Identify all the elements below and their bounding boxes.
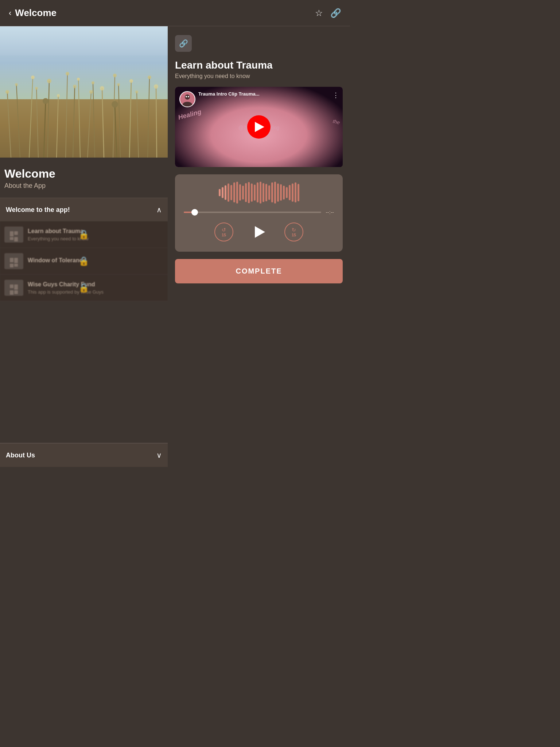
wave-bar — [274, 182, 276, 204]
svg-point-31 — [100, 86, 104, 90]
time-display: --:-- — [326, 209, 334, 215]
item-content-1: Learn about Trauma Everything you need t… — [28, 228, 163, 241]
wave-bar — [236, 182, 238, 204]
link-icon: 🔗 — [179, 39, 188, 48]
wave-bar — [286, 187, 288, 198]
wave-bar — [248, 182, 250, 203]
video-more-button[interactable]: ⋮ — [332, 91, 339, 99]
progress-track[interactable] — [184, 212, 321, 213]
wave-bar — [289, 185, 291, 200]
wave-bar — [260, 182, 261, 204]
content-header: Learn about Trauma Everything you need t… — [175, 59, 343, 80]
link-icon-box[interactable]: 🔗 — [175, 35, 192, 52]
thumbnail-3 — [4, 280, 23, 296]
audio-play-triangle — [255, 226, 265, 238]
svg-point-26 — [66, 72, 69, 76]
header-title: Welcome — [15, 7, 57, 19]
item-desc-3: This app is supported by Wise Guys — [28, 289, 163, 295]
header-left: ‹ Welcome — [9, 7, 57, 19]
about-accordion-title: About Us — [6, 452, 35, 459]
wave-bar — [225, 185, 226, 200]
audio-player: --:-- ↺ 15 ↻ 15 — [175, 174, 343, 252]
channel-avatar — [179, 91, 195, 107]
main-layout: Welcome About the App Welcome to the app… — [0, 26, 350, 467]
wave-bar — [277, 183, 279, 202]
svg-point-27 — [73, 85, 77, 88]
about-accordion-header[interactable]: About Us ∨ — [0, 443, 168, 467]
welcome-subtitle: About the App — [3, 182, 165, 195]
svg-point-30 — [92, 81, 94, 84]
thumb-bars — [10, 258, 18, 264]
svg-point-28 — [77, 78, 80, 81]
back-button[interactable]: ‹ — [9, 8, 11, 18]
svg-point-21 — [15, 83, 18, 86]
share-link-icon[interactable]: 🔗 — [330, 8, 341, 18]
svg-point-33 — [117, 83, 120, 86]
item-desc-1: Everything you need to know — [28, 236, 163, 241]
svg-point-22 — [31, 76, 35, 79]
svg-point-43 — [185, 94, 190, 100]
video-player[interactable]: Healing the @Trauma HealingAcademy Traum — [175, 87, 343, 167]
skip-forward-button[interactable]: ↻ 15 — [284, 222, 303, 241]
svg-point-36 — [148, 76, 151, 79]
item-title-1: Learn about Trauma — [28, 228, 163, 235]
audio-play-button[interactable] — [248, 221, 270, 243]
list-item[interactable]: Learn about Trauma Everything you need t… — [0, 221, 168, 248]
svg-point-35 — [135, 90, 138, 93]
wave-bar — [233, 182, 235, 202]
wave-bar — [254, 185, 256, 201]
list-item[interactable]: Window of Tolerance 🔒 — [0, 248, 168, 275]
welcome-accordion: Welcome to the app! ∧ — [0, 198, 168, 221]
about-collapse-icon: ∨ — [156, 451, 162, 460]
wave-bar — [251, 183, 253, 202]
welcome-title: Welcome — [3, 162, 165, 182]
lock-icon-3: 🔒 — [78, 283, 89, 293]
play-triangle — [255, 122, 264, 132]
content-subtitle: Everything you need to know — [175, 73, 343, 80]
svg-point-29 — [89, 90, 93, 94]
svg-point-20 — [5, 90, 9, 94]
wave-bar — [228, 183, 229, 202]
content-title: Learn about Trauma — [175, 59, 343, 71]
left-panel: Welcome About the App Welcome to the app… — [0, 26, 168, 467]
wave-bar — [257, 182, 258, 202]
wave-bar — [292, 183, 293, 202]
thumbnail-1 — [4, 227, 23, 243]
list-item[interactable]: Wise Guys Charity Fund This app is suppo… — [0, 275, 168, 301]
video-play-button[interactable] — [247, 115, 271, 139]
svg-point-41 — [112, 101, 118, 108]
wave-bar — [222, 187, 223, 198]
skip-back-button[interactable]: ↺ 15 — [214, 222, 233, 241]
progress-bar-section: --:-- — [184, 209, 334, 215]
thumb-bars — [10, 231, 18, 238]
progress-thumb — [191, 209, 198, 216]
bookmark-icon[interactable]: ☆ — [315, 8, 323, 18]
app-header: ‹ Welcome ☆ 🔗 — [0, 0, 350, 26]
svg-point-23 — [35, 87, 38, 90]
complete-button[interactable]: COMPLETE — [175, 259, 343, 283]
welcome-section: Welcome About the App — [0, 158, 168, 198]
wave-bar — [262, 183, 264, 202]
svg-point-37 — [154, 84, 158, 89]
accordion-title: Welcome to the app! — [6, 206, 70, 214]
skip-forward-arrow: ↻ — [292, 227, 296, 233]
accordion-collapse-icon: ∧ — [156, 205, 162, 214]
lock-icon-2: 🔒 — [78, 256, 89, 266]
right-panel: 🔗 Learn about Trauma Everything you need… — [168, 26, 350, 467]
video-title-overlay: Trauma Intro Clip Trauma... — [198, 91, 328, 97]
wave-bar — [295, 182, 296, 202]
wave-bar — [219, 189, 221, 196]
lock-icon-1: 🔒 — [78, 229, 89, 240]
skip-forward-num: 15 — [292, 233, 296, 237]
wave-bar — [268, 185, 270, 200]
wave-bar — [230, 185, 232, 200]
wave-bar — [245, 183, 247, 202]
svg-point-24 — [47, 79, 51, 83]
item-title-2: Window of Tolerance — [28, 257, 163, 264]
welcome-accordion-header[interactable]: Welcome to the app! ∧ — [0, 198, 168, 221]
header-actions: ☆ 🔗 — [315, 8, 341, 18]
svg-point-46 — [188, 96, 189, 97]
wave-bar — [242, 186, 244, 200]
svg-point-34 — [129, 79, 133, 83]
wave-bar — [283, 186, 285, 200]
